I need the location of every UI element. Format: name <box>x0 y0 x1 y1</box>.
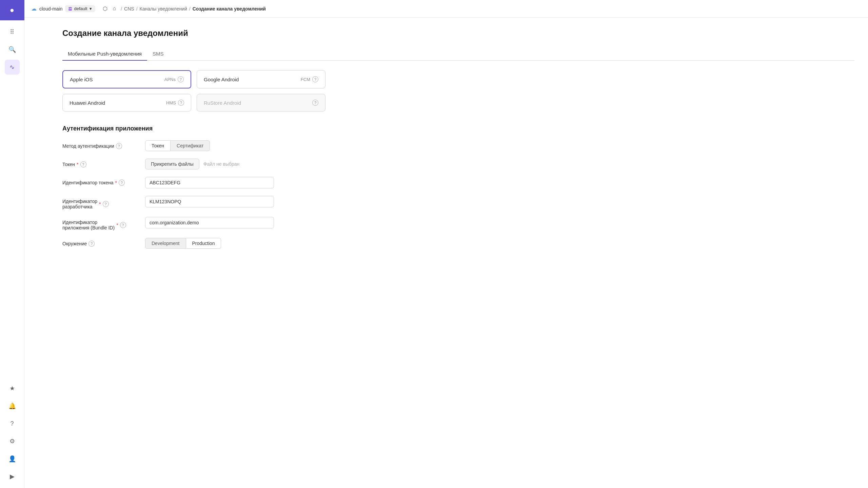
token-id-input[interactable] <box>145 177 274 188</box>
token-id-content <box>145 177 281 188</box>
auth-method-content: Токен Сертификат <box>145 140 281 151</box>
platform-huawei-type: HMS <box>166 100 176 105</box>
auth-method-help[interactable]: ? <box>116 143 122 149</box>
platform-card-google[interactable]: Google Android FCM ? <box>197 70 326 88</box>
bundle-id-content <box>145 217 281 228</box>
tabs: Мобильные Push-уведомления SMS <box>62 47 854 61</box>
platform-rustore-help[interactable]: ? <box>312 100 318 106</box>
cloud-icon: ☁ <box>31 5 37 12</box>
platform-rustore-right: ? <box>312 100 318 106</box>
section-title: Аутентификация приложения <box>62 125 854 132</box>
breadcrumb-sep-2: / <box>189 6 191 12</box>
platform-apple-right: APNs ? <box>164 76 184 82</box>
form-row-token-id: Идентификатор токена * ? <box>62 177 854 188</box>
dev-id-content <box>145 196 281 207</box>
env-help[interactable]: ? <box>88 241 95 247</box>
auth-method-group: Токен Сертификат <box>145 140 281 151</box>
dev-id-label: Идентификаторразработчика * ? <box>62 196 137 209</box>
dev-id-required-star: * <box>99 201 101 207</box>
auth-method-label: Метод аутентификации ? <box>62 140 137 149</box>
platform-apple-type: APNs <box>164 77 176 82</box>
env-badge[interactable]: DE default ▾ <box>65 5 95 12</box>
attach-button[interactable]: Прикрепить файлы <box>145 159 199 169</box>
file-row: Прикрепить файлы Файл не выбран <box>145 159 281 169</box>
platform-grid: Apple iOS APNs ? Google Android FCM ? Hu… <box>62 70 854 111</box>
token-required-star: * <box>77 162 78 167</box>
bundle-id-label-text: Идентификаторприложения (Bundle ID) <box>62 220 115 230</box>
sidebar-icon-settings[interactable]: ⚙ <box>5 434 20 449</box>
page-title: Создание канала уведомлений <box>62 28 854 38</box>
form-row-auth-method: Метод аутентификации ? Токен Сертификат <box>62 140 854 151</box>
platform-card-huawei[interactable]: Huawei Android HMS ? <box>62 94 191 111</box>
sidebar-icon-play[interactable]: ▶ <box>5 469 20 484</box>
platform-google-right: FCM ? <box>301 76 318 82</box>
dev-id-input[interactable] <box>145 196 274 207</box>
auth-method-cert[interactable]: Сертификат <box>171 140 210 151</box>
cloud-name: cloud-main <box>39 6 62 12</box>
nav-home-icon[interactable]: ⌂ <box>111 4 118 13</box>
platform-google-help[interactable]: ? <box>312 76 318 82</box>
platform-google-type: FCM <box>301 77 310 82</box>
env-content: Development Production <box>145 238 281 249</box>
breadcrumb: / CNS / Каналы уведомлений / Создание ка… <box>121 6 266 12</box>
form-row-dev-id: Идентификаторразработчика * ? <box>62 196 854 209</box>
token-id-label: Идентификатор токена * ? <box>62 177 137 186</box>
platform-apple-name: Apple iOS <box>70 77 93 82</box>
no-file-text: Файл не выбран <box>203 161 240 167</box>
breadcrumb-cns[interactable]: CNS <box>124 6 134 12</box>
breadcrumb-channels[interactable]: Каналы уведомлений <box>140 6 187 12</box>
breadcrumb-sep-0: / <box>121 6 122 12</box>
bundle-id-help[interactable]: ? <box>120 222 126 228</box>
platform-huawei-right: HMS ? <box>166 100 184 106</box>
breadcrumb-sep-1: / <box>136 6 138 12</box>
platform-huawei-name: Huawei Android <box>70 100 105 106</box>
env-btn-development[interactable]: Development <box>145 238 186 249</box>
platform-huawei-help[interactable]: ? <box>178 100 184 106</box>
platform-rustore-name: RuStore Android <box>204 100 241 106</box>
logo-icon: ● <box>10 6 14 15</box>
breadcrumb-current: Создание канала уведомлений <box>193 6 266 12</box>
tab-push[interactable]: Мобильные Push-уведомления <box>62 47 147 61</box>
sidebar-icon-search[interactable]: 🔍 <box>5 42 20 57</box>
platform-card-apple[interactable]: Apple iOS APNs ? <box>62 70 191 88</box>
form-row-token: Токен * ? Прикрепить файлы Файл не выбра… <box>62 159 854 169</box>
main-content: Создание канала уведомлений Мобильные Pu… <box>49 18 868 488</box>
bundle-id-input[interactable] <box>145 217 274 228</box>
form-row-bundle-id: Идентификаторприложения (Bundle ID) * ? <box>62 217 854 230</box>
bundle-id-required-star: * <box>116 222 118 228</box>
platform-apple-help[interactable]: ? <box>178 76 184 82</box>
sidebar-icon-user[interactable]: 👤 <box>5 451 20 466</box>
topbar: ☁ cloud-main DE default ▾ ⬡ ⌂ / CNS / Ка… <box>24 0 868 18</box>
sidebar-icon-cns[interactable]: ∿ <box>5 60 20 75</box>
nav-nodes-icon[interactable]: ⬡ <box>101 4 110 13</box>
sidebar-icon-grid[interactable]: ⠿ <box>5 24 20 39</box>
sidebar-icon-star[interactable]: ★ <box>5 381 20 396</box>
tab-sms[interactable]: SMS <box>147 47 169 61</box>
dev-id-label-text: Идентификаторразработчика <box>62 199 97 209</box>
bundle-id-label: Идентификаторприложения (Bundle ID) * ? <box>62 217 137 230</box>
sidebar-logo[interactable]: ● <box>0 0 24 20</box>
env-dropdown-icon: ▾ <box>90 6 92 11</box>
env-name: default <box>74 6 87 11</box>
form-row-env: Окружение ? Development Production <box>62 238 854 249</box>
dev-id-help[interactable]: ? <box>103 201 109 207</box>
token-help[interactable]: ? <box>80 161 86 167</box>
env-btn-production[interactable]: Production <box>186 238 221 249</box>
sidebar: ● ⠿ 🔍 ∿ ★ 🔔 ? ⚙ 👤 ▶ <box>0 0 24 488</box>
sidebar-icon-bell[interactable]: 🔔 <box>5 399 20 413</box>
env-label: Окружение ? <box>62 238 137 247</box>
token-label: Токен * ? <box>62 159 137 167</box>
platform-card-rustore[interactable]: RuStore Android ? <box>197 94 326 111</box>
token-id-required-star: * <box>115 180 117 185</box>
sidebar-icon-help[interactable]: ? <box>5 416 20 431</box>
token-content: Прикрепить файлы Файл не выбран <box>145 159 281 169</box>
env-dot: DE <box>68 7 72 11</box>
env-btn-group: Development Production <box>145 238 281 249</box>
token-id-help[interactable]: ? <box>119 180 125 186</box>
platform-google-name: Google Android <box>204 77 239 82</box>
auth-method-token[interactable]: Токен <box>145 140 171 151</box>
